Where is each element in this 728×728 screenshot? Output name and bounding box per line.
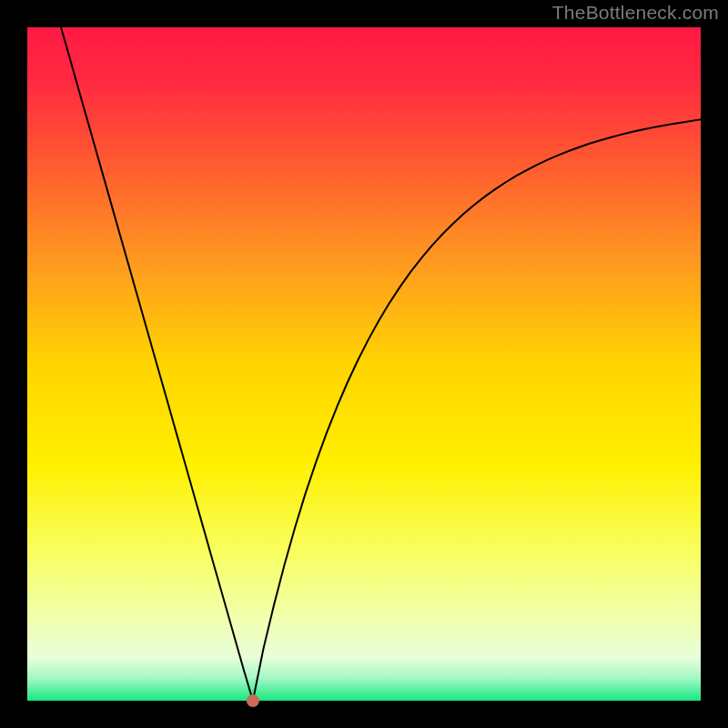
bottleneck-chart (0, 0, 728, 728)
watermark-text: TheBottleneck.com (552, 2, 719, 24)
minimum-marker (247, 694, 259, 707)
chart-frame: TheBottleneck.com (0, 0, 728, 728)
gradient-background (27, 27, 701, 701)
